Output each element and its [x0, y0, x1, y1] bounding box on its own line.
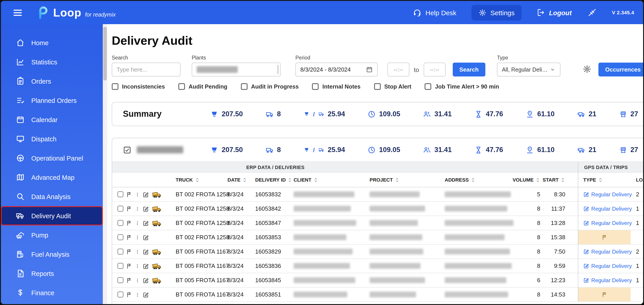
- edit-icon[interactable]: [142, 291, 149, 298]
- edit-icon[interactable]: [583, 249, 589, 254]
- sort-icon[interactable]: [536, 177, 540, 182]
- flag-icon[interactable]: [126, 291, 132, 298]
- sidebar-item-delivery-audit[interactable]: Delivery Audit: [1, 206, 103, 225]
- select-all-checkbox-icon[interactable]: [123, 146, 132, 154]
- sort-icon[interactable]: [313, 177, 318, 182]
- menu-button[interactable]: [12, 7, 23, 18]
- edit-icon[interactable]: [583, 191, 589, 197]
- edit-icon[interactable]: [142, 277, 149, 283]
- row-checkbox[interactable]: [118, 291, 123, 297]
- brand[interactable]: Loop for readymix: [36, 6, 116, 19]
- delivery-type-link[interactable]: Regular Delivery: [591, 277, 632, 283]
- type-select[interactable]: All, Regular Delivery, ...: [497, 63, 560, 77]
- kebab-menu-icon[interactable]: [135, 263, 140, 269]
- kebab-menu-icon[interactable]: [135, 191, 140, 197]
- kebab-menu-icon[interactable]: [135, 205, 140, 212]
- mixer-truck-icon[interactable]: [152, 277, 161, 284]
- checkbox-box[interactable]: [178, 83, 185, 90]
- logout-button[interactable]: Logout: [537, 9, 572, 17]
- kebab-menu-icon[interactable]: [135, 248, 140, 255]
- filter-checkbox-stop-alert[interactable]: Stop Alert: [374, 83, 412, 90]
- sidebar-item-orders[interactable]: Orders: [1, 72, 103, 91]
- row-checkbox[interactable]: [118, 263, 123, 269]
- period-input[interactable]: 8/3/2024 - 8/3/2024: [296, 63, 378, 77]
- column-header-date[interactable]: DATE: [223, 173, 252, 187]
- checkbox-box[interactable]: [241, 83, 248, 90]
- sidebar-item-operational-panel[interactable]: Operational Panel: [1, 148, 103, 168]
- sidebar-item-statistics[interactable]: Statistics: [1, 52, 103, 72]
- sort-icon[interactable]: [470, 177, 476, 182]
- help-desk-button[interactable]: Help Desk: [413, 8, 456, 17]
- sidebar-item-data-analysis[interactable]: Data Analysis: [1, 187, 103, 206]
- trip-alert-cell[interactable]: [578, 287, 630, 301]
- mixer-truck-icon[interactable]: [152, 219, 161, 226]
- delivery-type-link[interactable]: Regular Delivery: [591, 248, 632, 255]
- sidebar-item-finance[interactable]: Finance: [1, 283, 103, 302]
- column-header-volume[interactable]: VOLUME: [521, 173, 546, 187]
- plants-select[interactable]: [192, 63, 281, 77]
- column-header-address[interactable]: ADDRESS: [444, 173, 521, 187]
- filter-checkbox-audit-in-progress[interactable]: Audit in Progress: [241, 83, 299, 90]
- flag-icon[interactable]: [126, 191, 132, 197]
- edit-icon[interactable]: [142, 205, 149, 212]
- edit-icon[interactable]: [142, 220, 149, 226]
- flag-icon[interactable]: [126, 263, 132, 269]
- row-checkbox[interactable]: [118, 206, 123, 211]
- sort-icon[interactable]: [288, 177, 292, 182]
- filter-checkbox-internal-notes[interactable]: Internal Notes: [312, 83, 361, 90]
- row-checkbox[interactable]: [118, 191, 123, 197]
- sort-icon[interactable]: [598, 177, 603, 182]
- sidebar-item-dispatch[interactable]: Dispatch: [1, 129, 103, 148]
- edit-icon[interactable]: [142, 248, 149, 255]
- mixer-truck-icon[interactable]: [152, 262, 161, 269]
- filter-checkbox-job-time-alert-90-min[interactable]: Job Time Alert > 90 min: [425, 83, 499, 90]
- checkbox-box[interactable]: [112, 83, 118, 90]
- mixer-truck-icon[interactable]: [152, 205, 161, 212]
- calendar-icon[interactable]: [366, 66, 373, 73]
- checkbox-box[interactable]: [312, 83, 319, 90]
- column-header-client[interactable]: CLIENT: [293, 173, 369, 187]
- row-checkbox[interactable]: [118, 277, 123, 283]
- column-header-delivery-id[interactable]: DELIVERY ID: [252, 173, 293, 187]
- edit-icon[interactable]: [142, 234, 149, 240]
- edit-icon[interactable]: [583, 220, 589, 226]
- time-to-input[interactable]: --:--: [424, 63, 445, 77]
- table-settings-gear-icon[interactable]: [583, 65, 591, 73]
- delivery-type-link[interactable]: Regular Delivery: [591, 220, 632, 226]
- edit-icon[interactable]: [142, 191, 149, 197]
- sort-icon[interactable]: [560, 177, 565, 182]
- sidebar-item-planned-orders[interactable]: Planned Orders: [1, 91, 103, 110]
- filter-checkbox-audit-pending[interactable]: Audit Pending: [178, 83, 227, 90]
- search-button[interactable]: Search: [452, 63, 485, 77]
- delivery-type-link[interactable]: Regular Delivery: [591, 191, 632, 197]
- flag-icon[interactable]: [126, 234, 132, 240]
- kebab-menu-icon[interactable]: [135, 234, 140, 240]
- mixer-truck-icon[interactable]: [152, 248, 161, 255]
- scrollbar-thumb[interactable]: [103, 27, 107, 81]
- sidebar-scrollbar[interactable]: [103, 24, 107, 304]
- flag-icon[interactable]: [126, 220, 132, 226]
- kebab-menu-icon[interactable]: [135, 277, 140, 283]
- sort-icon[interactable]: [195, 177, 200, 182]
- sidebar-item-pump[interactable]: Pump: [1, 225, 103, 245]
- disconnect-icon[interactable]: [588, 8, 597, 17]
- occurrences-button[interactable]: Occurrences: [598, 63, 643, 77]
- flag-icon[interactable]: [126, 248, 132, 255]
- sidebar-item-home[interactable]: Home: [1, 33, 103, 52]
- edit-icon[interactable]: [583, 263, 589, 269]
- column-header-type[interactable]: TYPE: [578, 173, 630, 187]
- kebab-menu-icon[interactable]: [135, 220, 140, 226]
- time-from-input[interactable]: --:--: [388, 63, 409, 77]
- filter-checkbox-inconsistencies[interactable]: Inconsistencies: [112, 83, 165, 90]
- edit-icon[interactable]: [142, 263, 149, 269]
- row-checkbox[interactable]: [118, 234, 123, 240]
- column-header-loading[interactable]: LOADING: [630, 173, 643, 187]
- mixer-truck-icon[interactable]: [152, 191, 161, 198]
- row-checkbox[interactable]: [118, 220, 123, 226]
- edit-icon[interactable]: [583, 206, 589, 211]
- flag-icon[interactable]: [126, 205, 132, 212]
- delivery-type-link[interactable]: Regular Delivery: [591, 263, 632, 269]
- delivery-type-link[interactable]: Regular Delivery: [591, 205, 632, 212]
- settings-button[interactable]: Settings: [472, 5, 522, 20]
- checkbox-box[interactable]: [374, 83, 381, 90]
